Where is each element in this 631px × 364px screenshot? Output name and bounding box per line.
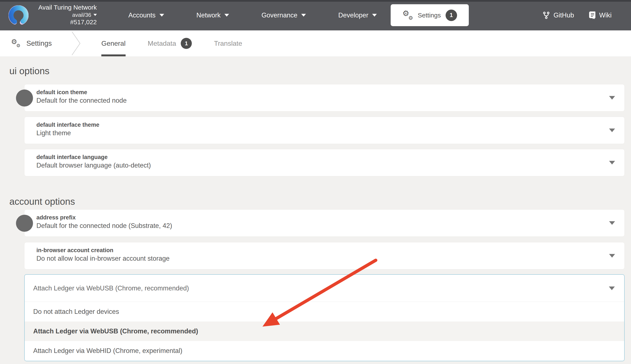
tab-label: Metadata: [148, 40, 176, 48]
chain-spec-selector[interactable]: avail/36: [72, 12, 97, 18]
nav-label: Accounts: [128, 12, 156, 19]
section-heading-account-options: account options: [9, 196, 75, 207]
select-value: Light theme: [36, 128, 624, 138]
ledger-options-menu: Do not attach Ledger devices Attach Ledg…: [25, 302, 624, 360]
nav-label: Developer: [338, 12, 368, 19]
select-label: default icon theme: [36, 89, 624, 96]
wiki-book-icon: [589, 12, 596, 19]
nav-item-governance[interactable]: Governance: [261, 12, 306, 19]
select-default-icon-theme[interactable]: default icon theme Default for the conne…: [24, 84, 624, 112]
wiki-label: Wiki: [599, 12, 612, 19]
ledger-option-webusb[interactable]: Attach Ledger via WebUSB (Chrome, recomm…: [25, 322, 624, 341]
topbar: Avail Turing Network avail/36 #517,022 A…: [0, 0, 631, 30]
avail-logo[interactable]: [9, 5, 29, 25]
select-default-interface-language[interactable]: default interface language Default brows…: [24, 149, 624, 176]
ledger-option-do-not-attach[interactable]: Do not attach Ledger devices: [25, 302, 624, 322]
chevron-down-icon: [93, 14, 97, 16]
select-value: Default for the connected node: [36, 96, 624, 105]
caret-down-icon: [609, 221, 615, 225]
section-heading-ui-options: ui options: [9, 66, 49, 76]
settings-gears-icon: ⚙⚙: [402, 10, 413, 20]
select-default-interface-theme[interactable]: default interface theme Light theme: [24, 117, 624, 144]
caret-down-icon: [609, 286, 615, 290]
network-info: Avail Turing Network avail/36 #517,022: [38, 4, 97, 26]
breadcrumb-label: Settings: [26, 39, 52, 48]
select-label: in-browser account creation: [36, 247, 624, 254]
network-name: Avail Turing Network: [38, 4, 97, 12]
settings-gear-icon: ⚙⚙: [11, 39, 21, 48]
avail-logo-icon: [9, 5, 29, 25]
ledger-connection-select[interactable]: Attach Ledger via WebUSB (Chrome, recomm…: [24, 274, 624, 361]
nav-item-accounts[interactable]: Accounts: [128, 12, 164, 19]
caret-down-icon: [609, 129, 615, 132]
chain-spec-label: avail/36: [72, 12, 91, 18]
settings-tabs: General Metadata 1 Translate: [101, 30, 242, 56]
caret-down-icon: [609, 161, 615, 164]
ledger-option-webhid[interactable]: Attach Ledger via WebHID (Chrome, experi…: [25, 341, 624, 360]
breadcrumb-settings: ⚙⚙ Settings: [11, 30, 52, 56]
tab-translate[interactable]: Translate: [214, 30, 242, 56]
chevron-down-icon: [224, 14, 229, 16]
caret-down-icon: [609, 96, 615, 100]
top-navigation: Accounts Network Governance Developer: [128, 0, 377, 30]
nav-item-developer[interactable]: Developer: [338, 12, 377, 19]
tab-metadata[interactable]: Metadata 1: [148, 30, 192, 56]
tab-label: General: [101, 40, 126, 48]
select-in-browser-account-creation[interactable]: in-browser account creation Do not allow…: [24, 242, 624, 270]
select-value: Default browser language (auto-detect): [36, 161, 624, 170]
select-label: address prefix: [36, 214, 624, 221]
chevron-down-icon: [159, 14, 164, 16]
top-links: GitHub Wiki: [542, 0, 612, 30]
github-fork-icon: [542, 12, 550, 19]
block-number: #517,022: [70, 18, 97, 26]
settings-button[interactable]: ⚙⚙ Settings 1: [391, 4, 469, 26]
settings-button-label: Settings: [418, 12, 441, 19]
nav-label: Network: [196, 12, 221, 19]
github-label: GitHub: [553, 12, 574, 19]
select-value: Do not allow local in-browser account st…: [36, 254, 624, 263]
identicon-placeholder: [16, 90, 33, 106]
caret-down-icon: [609, 254, 615, 258]
tab-label: Translate: [214, 40, 242, 48]
breadcrumb-chevron-icon: [71, 30, 81, 56]
wiki-link[interactable]: Wiki: [589, 12, 612, 19]
ledger-selected-row[interactable]: Attach Ledger via WebUSB (Chrome, recomm…: [25, 275, 624, 302]
tab-bar: ⚙⚙ Settings General Metadata 1 Translate: [0, 30, 631, 56]
ledger-selected-value: Attach Ledger via WebUSB (Chrome, recomm…: [33, 284, 189, 292]
settings-content: ui options default icon theme Default fo…: [0, 56, 631, 364]
chevron-down-icon: [301, 14, 306, 16]
chevron-down-icon: [372, 14, 377, 16]
nav-item-network[interactable]: Network: [196, 12, 229, 19]
select-value: Default for the connected node (Substrat…: [36, 221, 624, 230]
github-link[interactable]: GitHub: [542, 12, 574, 19]
select-label: default interface theme: [36, 121, 624, 128]
tab-general[interactable]: General: [101, 30, 126, 56]
nav-label: Governance: [261, 12, 297, 19]
select-label: default interface language: [36, 154, 624, 161]
identicon-placeholder: [16, 215, 33, 232]
settings-badge: 1: [446, 10, 457, 21]
metadata-badge: 1: [181, 38, 192, 49]
select-address-prefix[interactable]: address prefix Default for the connected…: [24, 210, 624, 237]
